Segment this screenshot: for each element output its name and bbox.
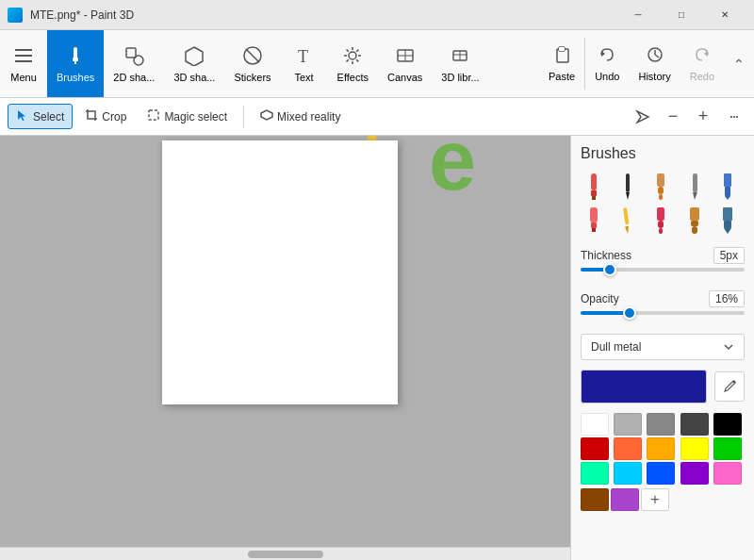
thickness-track[interactable] bbox=[581, 268, 745, 272]
undo-icon bbox=[598, 45, 616, 69]
thickness-value[interactable]: 5px bbox=[713, 247, 745, 264]
brush-item-9[interactable] bbox=[714, 206, 741, 236]
ribbon-stickers[interactable]: Stickers bbox=[224, 30, 280, 97]
ribbon-collapse-btn[interactable]: ⌃ bbox=[724, 30, 754, 97]
color-swatch-red[interactable] bbox=[581, 437, 609, 460]
opacity-container: Opacity 16% bbox=[581, 290, 745, 322]
ribbon-2dshapes[interactable]: 2D sha... bbox=[104, 30, 164, 97]
select-button[interactable]: Select bbox=[8, 104, 73, 129]
color-swatch-black[interactable] bbox=[713, 413, 742, 436]
svg-line-10 bbox=[246, 49, 259, 62]
stickers-icon bbox=[242, 45, 263, 70]
svg-line-17 bbox=[347, 49, 349, 51]
svg-rect-50 bbox=[590, 207, 598, 222]
ribbon-text[interactable]: T Text bbox=[281, 30, 328, 97]
color-material-dropdown[interactable]: Dull metal bbox=[581, 334, 745, 360]
color-swatch-amber[interactable] bbox=[647, 437, 675, 460]
brush-item-2[interactable] bbox=[647, 172, 674, 202]
svg-marker-46 bbox=[693, 192, 697, 200]
mixed-reality-button[interactable]: Mixed reality bbox=[252, 104, 349, 129]
brush-item-1[interactable] bbox=[615, 172, 641, 202]
view-more-button[interactable]: ··· bbox=[720, 104, 746, 130]
color-swatch-blue[interactable] bbox=[647, 462, 675, 485]
color-swatch-mint[interactable] bbox=[581, 462, 609, 485]
ribbon-canvas[interactable]: Canvas bbox=[378, 30, 432, 97]
brush-item-0[interactable] bbox=[581, 172, 607, 202]
svg-rect-62 bbox=[724, 221, 731, 228]
horizontal-scrollbar[interactable] bbox=[0, 547, 570, 560]
color-swatch-lightgray[interactable] bbox=[614, 413, 642, 436]
ribbon-history[interactable]: History bbox=[629, 30, 680, 97]
svg-marker-8 bbox=[186, 47, 203, 66]
close-button[interactable]: ✕ bbox=[703, 0, 746, 30]
eyedropper-button[interactable] bbox=[714, 371, 745, 402]
canvas-white[interactable] bbox=[162, 140, 398, 404]
svg-rect-53 bbox=[623, 207, 629, 224]
view-flag-button[interactable] bbox=[630, 104, 656, 130]
ribbon-undo[interactable]: Undo bbox=[585, 30, 629, 97]
color-swatch-green[interactable] bbox=[713, 437, 742, 460]
color-swatch-gray[interactable] bbox=[647, 413, 675, 436]
brush-item-5[interactable] bbox=[581, 206, 607, 236]
brush-item-6[interactable] bbox=[615, 206, 641, 236]
opacity-value[interactable]: 16% bbox=[709, 290, 745, 307]
maximize-button[interactable]: □ bbox=[660, 0, 703, 30]
color-preview-box[interactable] bbox=[581, 370, 707, 404]
svg-rect-2 bbox=[15, 60, 32, 62]
window-controls: ─ □ ✕ bbox=[616, 0, 746, 30]
brush-item-4[interactable] bbox=[714, 172, 741, 202]
letter-e: e bbox=[429, 136, 476, 209]
svg-rect-0 bbox=[15, 49, 32, 51]
color-swatch-darkgray[interactable] bbox=[680, 413, 709, 436]
crop-button[interactable]: Crop bbox=[76, 104, 135, 129]
svg-rect-56 bbox=[658, 221, 664, 228]
ribbon-paste-label: Paste bbox=[549, 71, 575, 82]
view-minus-button[interactable]: − bbox=[660, 104, 686, 130]
color-swatch-orange[interactable] bbox=[614, 437, 642, 460]
color-swatch-violet[interactable] bbox=[611, 488, 639, 511]
ribbon-3dlib[interactable]: 3D libr... bbox=[432, 30, 488, 97]
eyedropper-icon bbox=[722, 379, 737, 394]
ribbon-3dshapes[interactable]: 3D sha... bbox=[164, 30, 224, 97]
ribbon-canvas-label: Canvas bbox=[387, 72, 422, 83]
svg-rect-4 bbox=[73, 58, 78, 61]
app-icon bbox=[8, 8, 23, 23]
thickness-thumb[interactable] bbox=[603, 263, 616, 276]
color-swatch-cyan[interactable] bbox=[614, 462, 642, 485]
canvas-area[interactable]: m t e bbox=[0, 136, 570, 560]
ribbon-menu-label: Menu bbox=[10, 72, 37, 83]
ribbon-paste[interactable]: Paste bbox=[539, 30, 584, 97]
ribbon-history-label: History bbox=[638, 71, 670, 82]
brush-item-3[interactable] bbox=[681, 172, 708, 202]
magic-select-button[interactable]: Magic select bbox=[139, 104, 236, 129]
ribbon-3dlib-label: 3D libr... bbox=[441, 72, 479, 83]
svg-rect-39 bbox=[592, 196, 596, 200]
title-text: MTE.png* - Paint 3D bbox=[30, 8, 134, 22]
right-panel: Brushes bbox=[570, 136, 754, 560]
add-color-button[interactable]: + bbox=[641, 488, 669, 511]
ribbon-menu[interactable]: Menu bbox=[0, 30, 47, 97]
ribbon-effects[interactable]: Effects bbox=[328, 30, 378, 97]
ribbon: Menu Brushes 2D sha... 3D sha... bbox=[0, 30, 754, 98]
svg-rect-38 bbox=[591, 190, 597, 196]
color-swatch-pink[interactable] bbox=[713, 462, 742, 485]
scroll-thumb[interactable] bbox=[248, 551, 323, 558]
color-swatch-brown[interactable] bbox=[581, 488, 609, 511]
color-swatch-yellow[interactable] bbox=[680, 437, 709, 460]
color-swatch-white[interactable] bbox=[581, 413, 609, 436]
chevron-down-icon bbox=[723, 341, 734, 353]
opacity-track[interactable] bbox=[581, 311, 745, 315]
color-palette bbox=[581, 413, 745, 485]
thickness-container: Thickness 5px bbox=[581, 247, 745, 279]
title-left: MTE.png* - Paint 3D bbox=[8, 8, 134, 23]
minimize-button[interactable]: ─ bbox=[616, 0, 660, 30]
view-plus-button[interactable]: + bbox=[690, 104, 716, 130]
ribbon-redo[interactable]: Redo bbox=[680, 30, 724, 97]
brush-item-7[interactable] bbox=[647, 206, 674, 236]
color-swatch-purple[interactable] bbox=[680, 462, 709, 485]
opacity-thumb[interactable] bbox=[623, 306, 636, 320]
panel-title: Brushes bbox=[581, 145, 745, 162]
brush-item-8[interactable] bbox=[681, 206, 708, 236]
ribbon-brushes[interactable]: Brushes bbox=[47, 30, 104, 97]
color-preview-row bbox=[581, 370, 745, 404]
